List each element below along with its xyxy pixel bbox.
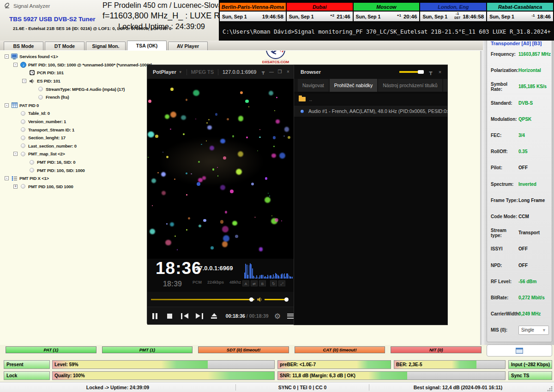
dot-icon (19, 152, 27, 156)
ab-button[interactable]: ⇄ (251, 280, 258, 286)
pause-button[interactable] (148, 310, 162, 322)
next-button[interactable] (193, 310, 206, 322)
mis-dropdown[interactable]: Single▼ (518, 326, 549, 335)
tree-row[interactable]: -Services found <1> (2, 53, 200, 61)
ab-button[interactable]: ⤢ (278, 280, 285, 286)
tree-expander[interactable]: - (5, 176, 9, 180)
seek-knob[interactable] (249, 297, 253, 302)
ab-button[interactable]: B (259, 280, 266, 286)
speaker-icon (28, 78, 36, 84)
clock-city: Rabat-Casablanca (487, 3, 553, 11)
speaker-icon[interactable] (257, 296, 263, 304)
tree-expander[interactable]: - (22, 79, 26, 83)
chevron-down-icon[interactable]: ▼ (179, 70, 182, 74)
browser-title: Browser (301, 69, 321, 75)
transponder-label: RF Level: (491, 279, 518, 284)
clock-city: Dubai (287, 3, 353, 11)
dot-icon (19, 143, 27, 148)
tree-label: Last_section_number: 0 (28, 143, 77, 148)
stream-address: 127.0.0.1:6969 (223, 69, 256, 75)
volume-knob[interactable] (284, 297, 289, 302)
ab-button[interactable]: ↻ (270, 280, 277, 286)
volume-slider[interactable] (265, 299, 287, 300)
ab-button[interactable]: A (242, 280, 249, 286)
tree-expander[interactable]: - (5, 103, 9, 107)
transponder-row: Frequency:11603,857 MHz (487, 46, 552, 62)
mis-value: Single (521, 327, 534, 333)
seek-slider[interactable] (151, 299, 254, 300)
tab-bs-mode[interactable]: BS Mode (4, 42, 43, 50)
browser-titlebar[interactable]: Browser ┳ × (294, 65, 447, 79)
stop-button[interactable] (163, 310, 177, 322)
lock-indicator: Lock (4, 371, 50, 380)
present-indicator: Present (4, 360, 50, 369)
transponder-value: 185,185 KS/s (518, 84, 547, 89)
bottom-statusbar: Locked -> Uptime: 24:39:09 SYNC 0 | TEI … (0, 382, 554, 392)
dot-icon (19, 136, 27, 140)
transponder-label: MIS (0): (491, 327, 518, 333)
headline-overlay: PF Prodelin 450 cm / Lucenec-Slovakia f=… (102, 1, 221, 31)
tab-dt-mode[interactable]: DT Mode (45, 42, 84, 50)
transponder-value: 0.35 (518, 149, 527, 154)
svg-text:♪: ♪ (22, 63, 24, 67)
potplayer-title[interactable]: PotPlayer (153, 69, 176, 75)
transponder-value: 3/4 (518, 133, 525, 138)
clock-offset: -1DST (454, 13, 460, 20)
pin-icon[interactable]: ┳ (426, 69, 435, 75)
video-area[interactable] (147, 79, 294, 259)
transponder-label: NPD: (491, 263, 518, 268)
minimize-icon[interactable]: — (267, 65, 276, 79)
slider-knob[interactable] (418, 70, 424, 74)
tree-expander[interactable]: - (13, 152, 18, 156)
tree-label: Version_number: 1 (28, 119, 66, 124)
bitrate-label: 224kbps (207, 280, 224, 285)
transponder-row: RF Level:-56 dBm (487, 273, 552, 290)
clock-city: Moscow (354, 3, 420, 11)
previous-button[interactable] (178, 310, 192, 322)
tree-label: Transport_Stream ID: 1 (28, 127, 74, 132)
tab-tsa-ok-[interactable]: TSA (OK) (127, 41, 167, 50)
browser-tab-n-stroj-proch-zen-titulk-[interactable]: Nástroj procházení titulků (378, 79, 442, 92)
resize-grip[interactable] (547, 386, 553, 392)
transponder-value: Long Frame (518, 198, 545, 203)
transponder-row: Stream type:Transport (487, 225, 552, 241)
note-icon: ♪ (19, 62, 27, 68)
tuner-name: TBS 5927 USB DVB-S2 Tuner (9, 16, 96, 23)
tree-expander[interactable]: - (5, 54, 9, 59)
transponder-rows: Frequency:11603,857 MHzPolarization:Hori… (487, 46, 552, 338)
audio-track-row[interactable]: Audio #1 - French, AAC(LATM), 48.0 kHz (… (294, 106, 447, 117)
tree-label: PMT PID 100, SID 1000 (28, 184, 73, 189)
browser-tab-navigovat[interactable]: Navigovat (298, 79, 329, 92)
pin-icon[interactable]: ┳ (259, 65, 267, 79)
tree-expander[interactable]: - (13, 63, 18, 67)
browser-tab-online-s[interactable]: Online S (443, 79, 447, 92)
terminal-prompt: C:\Users\Roman Dávid>Signal monitoring_P… (223, 29, 551, 35)
folder-up-row[interactable]: .. (294, 94, 447, 105)
tab-av-player[interactable]: AV Player (168, 42, 208, 50)
psi-bar-pat: PAT (1) (6, 346, 96, 353)
transponder-value: Inverted (518, 182, 536, 187)
tree-expander[interactable]: + (13, 184, 18, 189)
maximize-icon[interactable]: ❐ (276, 65, 284, 79)
close-icon[interactable]: × (435, 69, 445, 75)
menu-icon[interactable] (287, 314, 294, 319)
snr-meter: SNR: 11,8 dB (Margin: 6,3 dB | OK) (277, 371, 506, 380)
panel-toggle-button[interactable] (487, 344, 552, 356)
transponder-row: Pilot:OFF (487, 160, 552, 176)
tree-label: Table_Id: 0 (28, 111, 50, 116)
tab-signal-mon-[interactable]: Signal Mon. (86, 42, 126, 50)
clock-offset: +2 (330, 15, 334, 18)
app-titlebar[interactable]: Signal Analyzer (4, 2, 50, 10)
transponder-panel: Transponder [A0] [B3] Frequency:11603,85… (487, 39, 552, 342)
transponder-row: BitRate:0,272 Mbit/s (487, 290, 552, 306)
gear-icon[interactable]: ⚙ (274, 312, 281, 321)
close-icon[interactable]: × (284, 65, 292, 79)
source-address: 127.0.0.1:6969 (193, 265, 233, 272)
eject-button[interactable] (207, 310, 221, 322)
terminal-window[interactable]: C:\Users\Roman Dávid>Signal monitoring_P… (219, 23, 554, 41)
potplayer-titlebar[interactable]: PotPlayer ▼ MPEG TS 127.0.0.1:6969 ┳ — ❐… (147, 65, 294, 79)
browser-opacity-slider[interactable] (399, 71, 423, 73)
status-uptime: Locked -> Uptime: 24:39:09 (0, 385, 235, 390)
browser-tab-prohl-e-nab-dky[interactable]: Prohlížeč nabídky (330, 79, 377, 92)
chevron-down-icon: ▼ (542, 328, 546, 333)
